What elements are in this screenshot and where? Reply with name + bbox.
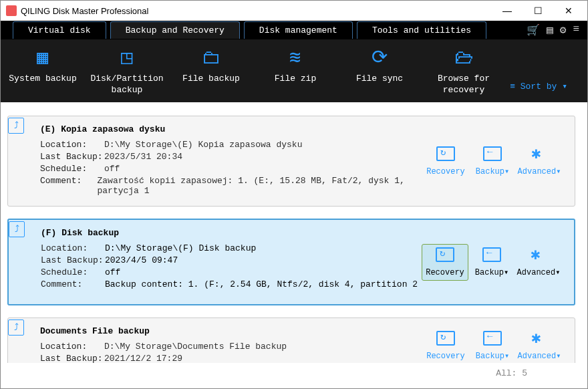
close-button[interactable]: ✕: [559, 5, 578, 16]
advanced-button[interactable]: Advanced▾: [515, 247, 562, 277]
menu-icon[interactable]: ≡: [573, 23, 579, 37]
minimize-button[interactable]: —: [498, 5, 517, 16]
window-title: QILING Disk Master Professional: [21, 6, 148, 16]
tabbar-right-controls: 🛒 ▤ ⚙ ≡: [527, 23, 587, 37]
backup-card[interactable]: ⤴ (E) Kopia zapasowa dysku Location:D:\M…: [7, 116, 575, 207]
tool-file-backup[interactable]: 🗀File backup: [169, 49, 253, 85]
backup-icon: [483, 146, 502, 161]
file-backup-icon: 🗀: [202, 46, 221, 70]
backup-icon: [483, 331, 502, 346]
main-tabs: Virtual disk Backup and Recovery Disk ma…: [1, 21, 587, 39]
list-icon[interactable]: ▤: [547, 23, 553, 37]
backup-card[interactable]: ⤴ (F) Disk backup Location:D:\My Storage…: [7, 219, 575, 305]
tab-tools-utilities[interactable]: Tools and utilities: [357, 21, 486, 39]
tool-file-zip[interactable]: ≋File zip: [253, 49, 337, 85]
backup-card[interactable]: ⤴ Documents File backup Location:D:\My S…: [7, 317, 575, 363]
tool-system-backup[interactable]: ▦System backup: [1, 49, 85, 85]
advanced-icon: [530, 146, 549, 161]
tab-virtual-disk[interactable]: Virtual disk: [13, 21, 106, 39]
recovery-icon: [436, 146, 455, 161]
system-backup-icon: ▦: [37, 46, 48, 70]
recovery-icon: [436, 331, 455, 346]
browse-recovery-icon: 🗁: [454, 46, 474, 70]
tab-backup-recovery[interactable]: Backup and Recovery: [110, 21, 240, 39]
advanced-icon: [530, 331, 549, 346]
tab-disk-management[interactable]: Disk management: [244, 21, 353, 39]
titlebar: QILING Disk Master Professional — ☐ ✕: [1, 1, 587, 21]
recovery-icon: [436, 247, 454, 262]
status-all-label: All:: [496, 368, 517, 378]
recovery-button[interactable]: Recovery: [422, 331, 469, 361]
file-sync-icon: ⟳: [372, 46, 387, 70]
advanced-icon: [529, 247, 548, 262]
disk-partition-icon: ◳: [121, 46, 132, 70]
backup-button[interactable]: Backup▾: [468, 247, 515, 277]
recovery-button[interactable]: Recovery: [422, 244, 468, 281]
window-controls: — ☐ ✕: [498, 5, 582, 16]
card-actions: Recovery Backup▾ Advanced▾: [422, 228, 562, 296]
cart-icon[interactable]: 🛒: [527, 23, 540, 37]
status-all-count: 5: [522, 368, 527, 378]
maximize-button[interactable]: ☐: [529, 5, 547, 16]
app-logo-icon: [6, 5, 17, 16]
card-title: (F) Disk backup: [41, 228, 422, 238]
gear-icon[interactable]: ⚙: [560, 23, 567, 37]
backup-list[interactable]: ⤴ (E) Kopia zapasowa dysku Location:D:\M…: [1, 102, 587, 363]
tool-file-sync[interactable]: ⟳File sync: [337, 49, 422, 85]
sort-by-dropdown[interactable]: Sort by ▾: [510, 81, 567, 92]
card-title: (E) Kopia zapasowa dysku: [40, 124, 422, 134]
card-actions: Recovery Backup▾ Advanced▾: [422, 124, 563, 198]
card-actions: Recovery Backup▾ Advanced▾: [422, 326, 563, 363]
advanced-button[interactable]: Advanced▾: [516, 146, 563, 176]
backup-icon: [482, 247, 501, 262]
card-title: Documents File backup: [40, 326, 422, 336]
advanced-button[interactable]: Advanced▾: [516, 331, 563, 361]
toolbar: ▦System backup ◳Disk/Partition backup 🗀F…: [1, 39, 587, 102]
backup-button[interactable]: Backup▾: [469, 331, 516, 361]
recovery-button[interactable]: Recovery: [422, 146, 469, 176]
statusbar: All: 5: [1, 363, 587, 383]
tool-disk-partition-backup[interactable]: ◳Disk/Partition backup: [85, 49, 169, 96]
file-zip-icon: ≋: [289, 46, 301, 70]
tool-browse-recovery[interactable]: 🗁Browse for recovery: [422, 49, 506, 96]
backup-button[interactable]: Backup▾: [469, 146, 516, 176]
